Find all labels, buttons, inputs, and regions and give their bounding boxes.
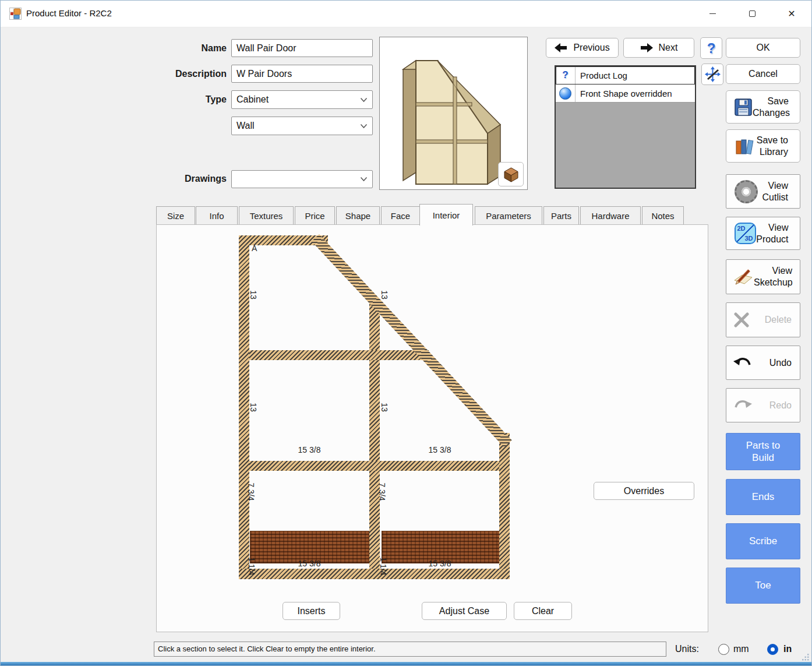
- units-in-label: in: [783, 644, 792, 654]
- inserts-label: Inserts: [297, 606, 325, 616]
- tab-textures-label: Textures: [250, 211, 283, 221]
- dim-mid-left: 13: [249, 403, 258, 412]
- ok-button[interactable]: OK: [726, 38, 800, 58]
- tab-face[interactable]: Face: [381, 206, 420, 225]
- inserts-button[interactable]: Inserts: [283, 602, 340, 620]
- saw-blade-icon: [735, 180, 758, 203]
- tab-interior[interactable]: Interior: [419, 204, 473, 225]
- units-in-radio[interactable]: [767, 644, 778, 655]
- tab-parameters[interactable]: Parameters: [475, 206, 542, 225]
- 2d-3d-icon: 2D 3D: [735, 223, 756, 244]
- next-button[interactable]: Next: [623, 38, 694, 58]
- left-side-panel: [239, 235, 249, 579]
- close-button[interactable]: ✕: [775, 1, 809, 27]
- toe-button[interactable]: Toe: [726, 568, 800, 604]
- vertical-divider-panel: [369, 302, 380, 569]
- question-icon: ?: [556, 66, 576, 84]
- window-bottom-edge: [1, 662, 811, 665]
- dim-thickness-right: 1 1/4: [379, 557, 388, 575]
- delete-button[interactable]: Delete: [726, 302, 800, 337]
- toe-label: Toe: [755, 579, 771, 591]
- ends-button[interactable]: Ends: [726, 479, 800, 515]
- overrides-label: Overrides: [624, 486, 664, 496]
- tab-shape[interactable]: Shape: [336, 206, 380, 225]
- undo-arrow-icon: [733, 357, 752, 369]
- units-mm-label: mm: [733, 644, 749, 654]
- library-books-icon: [735, 137, 754, 156]
- view-sketchup-button[interactable]: View Sketchup: [726, 259, 800, 294]
- scribe-label: Scribe: [749, 535, 777, 547]
- dim-shelf-right: 15 3/8: [411, 445, 469, 454]
- parts-to-build-button[interactable]: Parts to Build: [726, 433, 800, 470]
- clear-button[interactable]: Clear: [514, 602, 572, 620]
- drawings-label: Drawings: [158, 174, 227, 184]
- view-sketchup-label: View Sketchup: [754, 265, 797, 288]
- cancel-label: Cancel: [749, 69, 778, 79]
- interior-diagram[interactable]: A 13 13 13 13 15 3/8 15 3/8 7 3/4 7 3/4 …: [157, 225, 708, 632]
- tab-notes-label: Notes: [651, 211, 674, 221]
- 3d-label: 3D: [744, 235, 753, 242]
- resize-grip-icon[interactable]: [802, 654, 809, 661]
- floppy-disk-icon: [734, 98, 753, 117]
- product-log-title: Product Log: [576, 71, 627, 80]
- tab-info-label: Info: [209, 211, 224, 221]
- minimize-button[interactable]: [696, 1, 729, 27]
- description-label: Description: [158, 69, 227, 79]
- dim-mid-right: 13: [380, 403, 389, 412]
- view-cutlist-label: View Cutlist: [758, 180, 796, 203]
- product-log-entry[interactable]: Front Shape overridden: [556, 84, 695, 103]
- parts-to-build-label: Parts to Build: [739, 439, 787, 464]
- tab-notes[interactable]: Notes: [642, 206, 684, 225]
- tab-price-label: Price: [305, 211, 324, 221]
- product-log-header[interactable]: ? Product Log: [556, 66, 695, 84]
- view-product-button[interactable]: 2D 3D View Product: [726, 217, 800, 250]
- tab-parameters-label: Parameters: [486, 211, 531, 221]
- tab-interior-label: Interior: [433, 210, 460, 220]
- redo-arrow-icon: [733, 399, 752, 412]
- dim-top-right: 13: [380, 290, 389, 299]
- drawings-select[interactable]: [231, 170, 373, 188]
- description-input[interactable]: [231, 65, 373, 83]
- help-button[interactable]: ?: [700, 37, 722, 59]
- upper-shelf-panel: [249, 350, 429, 360]
- measure-tool-button[interactable]: [701, 64, 723, 85]
- previous-button[interactable]: Previous: [546, 38, 619, 58]
- tab-info[interactable]: Info: [196, 206, 238, 225]
- texture-cube-button[interactable]: [498, 162, 524, 186]
- subtype-select[interactable]: Wall: [231, 117, 373, 135]
- save-changes-label: Save Changes: [753, 96, 797, 119]
- delete-label: Delete: [750, 314, 800, 326]
- tab-shape-label: Shape: [345, 211, 370, 221]
- save-to-library-button[interactable]: Save to Library: [726, 129, 800, 163]
- tab-textures[interactable]: Textures: [239, 206, 294, 225]
- ends-label: Ends: [752, 491, 775, 503]
- tab-hardware[interactable]: Hardware: [580, 206, 641, 225]
- undo-button[interactable]: Undo: [726, 346, 800, 380]
- type-select[interactable]: Cabinet: [231, 90, 373, 109]
- chevron-down-icon: [360, 124, 368, 129]
- scribe-button[interactable]: Scribe: [726, 523, 800, 559]
- ok-label: OK: [756, 43, 769, 53]
- tab-parts-label: Parts: [551, 211, 571, 221]
- type-value: Cabinet: [236, 94, 360, 105]
- adjust-case-button[interactable]: Adjust Case: [422, 602, 507, 620]
- tab-parts[interactable]: Parts: [543, 206, 579, 225]
- tab-size[interactable]: Size: [156, 206, 195, 225]
- name-input[interactable]: [231, 39, 373, 57]
- cancel-button[interactable]: Cancel: [726, 64, 800, 84]
- close-icon: ✕: [788, 9, 795, 19]
- 2d-label: 2D: [737, 225, 746, 232]
- view-cutlist-button[interactable]: View Cutlist: [726, 174, 800, 209]
- units-mm-radio[interactable]: [718, 644, 729, 655]
- titlebar: Product Editor - R2C2 ✕: [1, 1, 811, 27]
- bottom-panel: [239, 569, 510, 579]
- slanted-top-panel: [312, 234, 512, 447]
- maximize-button[interactable]: [735, 1, 769, 27]
- right-side-panel: [499, 433, 510, 579]
- overrides-button[interactable]: Overrides: [594, 482, 694, 500]
- tab-price[interactable]: Price: [295, 206, 335, 225]
- chevron-down-icon: [360, 97, 368, 103]
- save-changes-button[interactable]: Save Changes: [726, 90, 800, 124]
- clear-label: Clear: [532, 606, 554, 616]
- redo-button[interactable]: Redo: [726, 388, 800, 422]
